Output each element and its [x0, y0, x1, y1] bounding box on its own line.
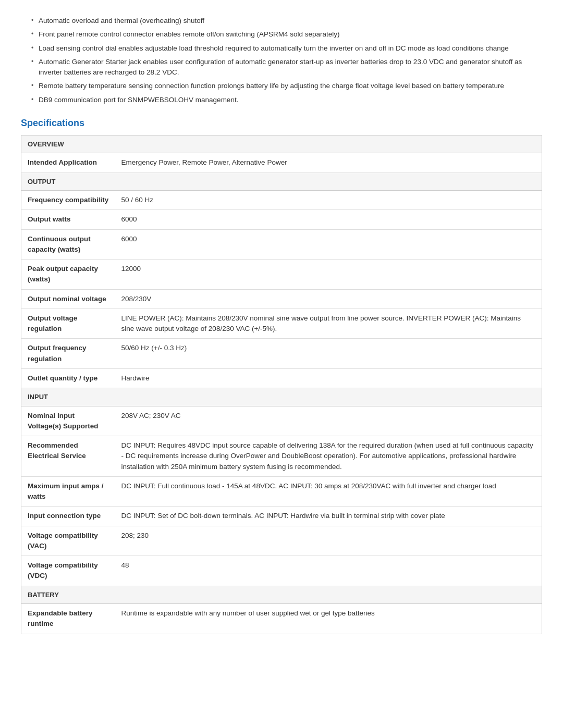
- table-row: Voltage compatibility (VAC)208; 230: [21, 526, 542, 556]
- row-label: Maximum input amps / watts: [21, 476, 115, 507]
- row-label: Expandable battery runtime: [21, 604, 115, 634]
- row-value: 6000: [115, 210, 542, 229]
- row-value: 48: [115, 556, 542, 586]
- table-row: Output voltage regulationLINE POWER (AC)…: [21, 309, 542, 339]
- row-label: Peak output capacity (watts): [21, 260, 115, 290]
- row-label: Voltage compatibility (VDC): [21, 556, 115, 586]
- feature-bullet: Front panel remote control connector ena…: [31, 29, 542, 40]
- feature-bullet: Load sensing control dial enables adjust…: [31, 43, 542, 54]
- row-value: DC INPUT: Requires 48VDC input source ca…: [115, 436, 542, 477]
- feature-list: Automatic overload and thermal (overheat…: [31, 16, 542, 105]
- table-row: Output watts6000: [21, 210, 542, 229]
- row-value: 208; 230: [115, 526, 542, 556]
- row-label: Recommended Electrical Service: [21, 436, 115, 477]
- row-value: 50/60 Hz (+/- 0.3 Hz): [115, 339, 542, 369]
- row-value: 6000: [115, 229, 542, 260]
- row-value: 208/230V: [115, 289, 542, 309]
- table-row: Input connection typeDC INPUT: Set of DC…: [21, 507, 542, 526]
- row-label: Voltage compatibility (VAC): [21, 526, 115, 556]
- row-label: Output watts: [21, 210, 115, 229]
- row-value: DC INPUT: Set of DC bolt-down terminals.…: [115, 507, 542, 526]
- table-section-header: OVERVIEW: [21, 135, 542, 153]
- row-label: Output frequency regulation: [21, 339, 115, 369]
- table-row: Recommended Electrical ServiceDC INPUT: …: [21, 436, 542, 477]
- table-row: Continuous output capacity (watts)6000: [21, 229, 542, 260]
- table-row: Output frequency regulation50/60 Hz (+/-…: [21, 339, 542, 369]
- row-value: 50 / 60 Hz: [115, 191, 542, 210]
- feature-bullet: Remote battery temperature sensing conne…: [31, 81, 542, 91]
- table-section-header: OUTPUT: [21, 172, 542, 191]
- feature-bullet: Automatic Generator Starter jack enables…: [31, 57, 542, 78]
- table-row: Expandable battery runtimeRuntime is exp…: [21, 604, 542, 634]
- row-value: Emergency Power, Remote Power, Alternati…: [115, 153, 542, 172]
- row-value: Hardwire: [115, 368, 542, 388]
- table-row: Outlet quantity / typeHardwire: [21, 368, 542, 388]
- specifications-table: OVERVIEWIntended ApplicationEmergency Po…: [21, 135, 542, 634]
- feature-bullet: Automatic overload and thermal (overheat…: [31, 16, 542, 26]
- table-section-header: INPUT: [21, 388, 542, 406]
- row-label: Intended Application: [21, 153, 115, 172]
- row-value: 12000: [115, 260, 542, 290]
- table-section-header: BATTERY: [21, 586, 542, 604]
- row-value: 208V AC; 230V AC: [115, 406, 542, 436]
- row-value: Runtime is expandable with any number of…: [115, 604, 542, 634]
- row-label: Continuous output capacity (watts): [21, 229, 115, 260]
- table-row: Frequency compatibility50 / 60 Hz: [21, 191, 542, 210]
- row-value: DC INPUT: Full continuous load - 145A at…: [115, 476, 542, 507]
- table-row: Intended ApplicationEmergency Power, Rem…: [21, 153, 542, 172]
- table-row: Output nominal voltage208/230V: [21, 289, 542, 309]
- row-label: Nominal Input Voltage(s) Supported: [21, 406, 115, 436]
- row-label: Output nominal voltage: [21, 289, 115, 309]
- row-label: Outlet quantity / type: [21, 368, 115, 388]
- table-row: Nominal Input Voltage(s) Supported208V A…: [21, 406, 542, 436]
- row-label: Input connection type: [21, 507, 115, 526]
- table-row: Voltage compatibility (VDC)48: [21, 556, 542, 586]
- table-row: Maximum input amps / wattsDC INPUT: Full…: [21, 476, 542, 507]
- feature-bullet: DB9 communication port for SNMPWEBSOLOHV…: [31, 95, 542, 105]
- row-label: Output voltage regulation: [21, 309, 115, 339]
- row-value: LINE POWER (AC): Maintains 208/230V nomi…: [115, 309, 542, 339]
- row-label: Frequency compatibility: [21, 191, 115, 210]
- section-title: Specifications: [21, 118, 542, 129]
- table-row: Peak output capacity (watts)12000: [21, 260, 542, 290]
